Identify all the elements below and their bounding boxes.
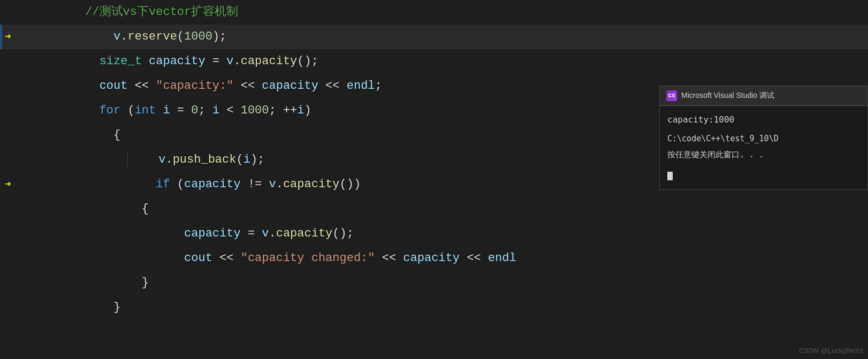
arrow-icon-8: ➔ bbox=[5, 172, 11, 197]
popup-title-text: Microsoft Visual Studio 调试 bbox=[681, 91, 774, 101]
line-13-text: } bbox=[85, 301, 120, 314]
popup-content: capacity:1000 C:\code\C++\test_9_10\D 按任… bbox=[660, 106, 867, 189]
popup-line-3: 按任意键关闭此窗口. . . bbox=[667, 148, 860, 162]
vs-icon: CS bbox=[666, 90, 677, 101]
gutter-8: ➔ bbox=[0, 172, 16, 197]
code-line-13: } bbox=[0, 295, 868, 320]
popup-line-1: capacity:1000 bbox=[667, 112, 860, 127]
popup-cursor-line bbox=[667, 169, 860, 183]
debug-popup: CS Microsoft Visual Studio 调试 capacity:1… bbox=[659, 86, 868, 190]
cursor-block bbox=[667, 172, 673, 180]
watermark: CSDN @LuckyRich1 bbox=[799, 347, 864, 355]
popup-titlebar: CS Microsoft Visual Studio 调试 bbox=[660, 86, 867, 106]
gutter-2: ➔ bbox=[0, 25, 16, 49]
arrow-icon: ➔ bbox=[5, 25, 11, 49]
code-editor: //测试vs下vector扩容机制 ➔ v.reserve(1000); siz… bbox=[0, 0, 868, 359]
line-13-content: } bbox=[16, 271, 868, 345]
popup-line-2: C:\code\C++\test_9_10\D bbox=[667, 132, 860, 146]
vs-icon-label: CS bbox=[668, 93, 675, 99]
